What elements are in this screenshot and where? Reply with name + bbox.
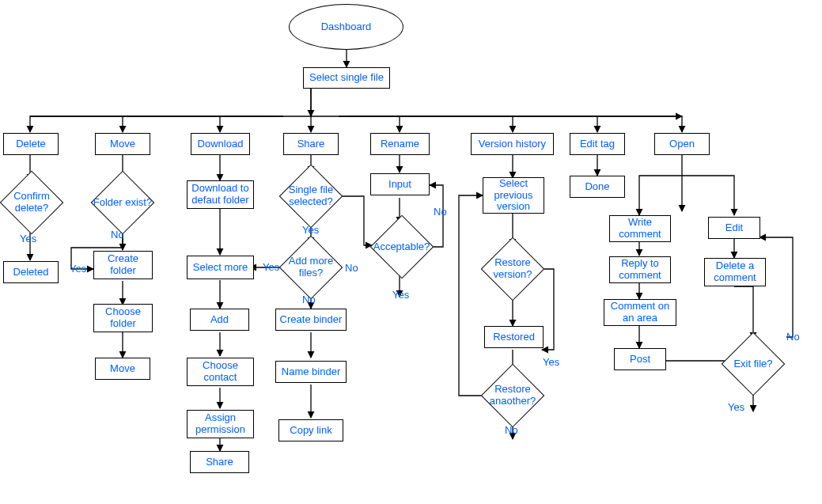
edge-add-more-no: No <box>302 294 316 305</box>
action-edit-tag: Edit tag <box>570 133 625 155</box>
step-write-comment: Write comment <box>609 215 671 242</box>
action-move: Move <box>95 133 150 155</box>
step-download-default: Download to defaut folder <box>187 180 254 209</box>
decision-add-more-files: Add more files? <box>279 244 343 291</box>
edge-folder-exist-yes: Yes <box>70 263 86 275</box>
decision-exit-file: Exit file? <box>722 340 785 388</box>
step-assign-permission: Assign permission <box>187 410 254 438</box>
label: Select single file <box>309 72 384 84</box>
edge-acceptable-no: No <box>434 206 447 218</box>
decision-confirm-delete: Confirm delete? <box>0 179 63 226</box>
decision-restore-another: Restore anaother? <box>481 372 544 419</box>
select-single-file: Select single file <box>303 67 390 89</box>
state-deleted: Deleted <box>3 261 59 283</box>
step-create-folder: Create folder <box>93 251 153 279</box>
step-choose-folder: Choose folder <box>93 304 153 332</box>
action-rename: Rename <box>370 133 430 155</box>
state-restored: Restored <box>484 326 544 348</box>
edge-acceptable-yes: Yes <box>392 289 409 301</box>
edge-restore-another-no: No <box>505 424 518 436</box>
step-done: Done <box>570 176 625 198</box>
step-name-binder: Name binder <box>275 361 347 383</box>
decision-restore-version: Restore version? <box>481 245 544 293</box>
action-open: Open <box>654 133 710 155</box>
action-download: Download <box>191 133 250 155</box>
decision-acceptable: Acceptable? <box>368 223 435 271</box>
edge-confirm-delete-yes: Yes <box>20 233 36 244</box>
flowchart-canvas: Dashboard Select single file Delete Move… <box>0 0 822 504</box>
step-delete-comment: Delete a comment <box>704 258 766 286</box>
action-version-history: Version history <box>471 133 554 155</box>
start-dashboard: Dashboard <box>289 4 403 50</box>
step-comment-area: Comment on an area <box>604 299 676 326</box>
edge-folder-exist-no: No <box>111 229 124 241</box>
step-select-previous: Select previous version <box>483 177 544 214</box>
step-create-binder: Create binder <box>275 309 347 331</box>
action-delete: Delete <box>3 133 59 155</box>
step-move: Move <box>95 358 150 380</box>
step-input: Input <box>370 173 430 195</box>
edge-restore-yes: Yes <box>543 356 559 368</box>
edge-add-more-yes: Yes <box>263 261 279 273</box>
edge-single-yes: Yes <box>302 224 319 236</box>
edge-single-no: No <box>345 262 358 274</box>
edge-exit-yes: Yes <box>728 401 744 413</box>
label: Dashboard <box>321 21 372 33</box>
step-reply-comment: Reply to comment <box>609 256 671 283</box>
step-add: Add <box>190 309 249 331</box>
edge-exit-no: No <box>786 331 800 343</box>
step-choose-contact: Choose contact <box>187 358 254 386</box>
step-select-more: Select more <box>187 256 254 279</box>
step-post: Post <box>614 348 666 370</box>
step-edit: Edit <box>708 217 760 239</box>
step-share-final: Share <box>190 451 249 473</box>
step-copy-link: Copy link <box>278 419 343 441</box>
decision-single-file-selected: Single file selected? <box>279 172 343 220</box>
decision-folder-exist: Folder exist? <box>91 179 154 226</box>
action-share: Share <box>283 133 339 155</box>
